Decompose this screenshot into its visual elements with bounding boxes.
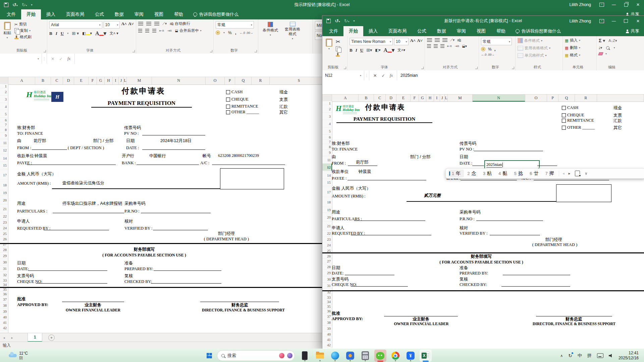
candidate-text: 捻 (518, 170, 523, 177)
ime-candidate-7[interactable]: 7撵 (542, 170, 557, 177)
form-methods-1-cn: 支票 (279, 97, 288, 103)
start-button[interactable] (205, 351, 214, 360)
taskbar-calculator-icon[interactable] (359, 350, 371, 362)
redo-button[interactable]: ↻▾ (344, 18, 350, 23)
taskbar-excel-icon[interactable] (420, 350, 432, 362)
ime-candidate-2[interactable]: 2念 (464, 170, 479, 177)
account-name[interactable]: Lilith Zhong (569, 2, 591, 7)
form-to_cn: 致:财务部 (17, 125, 35, 131)
account-name[interactable]: Lilith Zhong (569, 19, 591, 23)
weather-widget[interactable]: 11°C 阴 (9, 351, 28, 360)
form-pv_cn: 传票号码 (124, 125, 141, 131)
form-amount_cn: 金额 人民币（大写） (17, 171, 56, 177)
blank-line (534, 180, 609, 180)
taskbar-bank-app-icon[interactable] (344, 350, 356, 362)
ime-candidate-5[interactable]: 5捻 (511, 170, 526, 177)
checkbox-icon (226, 90, 230, 94)
blank-line (348, 166, 377, 166)
form-methods-0-cn: 现金 (613, 105, 622, 111)
taskbar-yuan-pay-icon[interactable]: ¥ (405, 350, 417, 362)
search-icon (221, 354, 225, 357)
holiday-inn-express-logo: H (51, 92, 63, 102)
form-bank_en: BANK : (122, 161, 136, 166)
tray-date: 2025/12/16 (619, 356, 639, 361)
undo-button[interactable]: ↺▾ (335, 18, 340, 23)
form-methods-2-en: REMITTANCE (231, 104, 258, 109)
maximize-button[interactable] (620, 19, 632, 23)
ime-candidate-1[interactable]: 1年 (448, 170, 464, 177)
taskbar-file-explorer-icon[interactable] (314, 350, 326, 362)
form-to_en: TO: FINANCE (17, 131, 43, 136)
blank-line (142, 149, 205, 150)
ribbon-display-options-button[interactable]: ^ (596, 19, 608, 23)
status-mode: 输入 (3, 343, 11, 348)
form-from_cn: 由 (332, 154, 336, 160)
ime-expand-chevron-icon[interactable]: ∨ (583, 171, 589, 176)
search-rewards-icon (287, 353, 292, 358)
desktop: ↺▾ ↻▾ ▾ 指示牌报销 [兼容模式] - Excel Lilith Zhon… (0, 0, 644, 362)
taskbar-edge-icon[interactable] (329, 350, 341, 362)
customize-quick-access-icon[interactable]: ▾ (31, 3, 33, 6)
candidate-index: 3 (483, 171, 485, 176)
search-highlight-icon (279, 353, 284, 358)
form-requested_cn: 申请人 (332, 225, 344, 231)
sheet-prev-icon[interactable]: ◂ (0, 333, 8, 342)
touch-keyboard-icon[interactable] (597, 353, 603, 358)
undo-button[interactable]: ↺▾ (12, 2, 18, 7)
taskbar-wechat-icon[interactable] (374, 350, 386, 362)
save-icon[interactable] (326, 19, 331, 23)
blank-line (142, 135, 205, 135)
search-box[interactable]: 搜索 (217, 350, 295, 361)
form-methods-1-en: CHEQUE (231, 97, 249, 102)
taskbar-phone-link-icon[interactable] (299, 350, 311, 362)
blank-line (36, 283, 107, 284)
speaker-icon[interactable] (609, 354, 613, 358)
sheet-next-icon[interactable]: ▸ (8, 333, 16, 342)
blank-line (151, 283, 221, 284)
checkbox-icon (226, 105, 230, 109)
ribbon-display-options-button[interactable]: ^ (596, 3, 608, 7)
form-methods-2-cn: 汇款 (613, 118, 622, 124)
form-payee_cn: 收款单位 (17, 153, 34, 159)
taskbar-chrome-icon[interactable] (389, 350, 401, 362)
form-dept_en: ( DEPT / SECTION ) (68, 145, 104, 150)
ime-clipboard-icon[interactable] (575, 171, 580, 176)
sheet-tab[interactable]: 1 (28, 333, 42, 342)
hidden-icons-chevron[interactable]: ∧ (560, 354, 563, 358)
minimize-button[interactable]: — (608, 2, 620, 7)
add-sheet-button[interactable]: + (48, 335, 55, 341)
ime-prev-page-icon[interactable]: ◂ (560, 171, 567, 176)
ime-mode-indicator[interactable]: 中 (578, 353, 582, 359)
form-title_cn: 付款申请表 (111, 86, 176, 96)
close-button[interactable]: ✕ (632, 19, 644, 23)
ime-candidate-6[interactable]: 6廿 (526, 170, 542, 177)
form-amount_words: 壹佰叁拾柒元伍角伍分 (62, 180, 104, 186)
save-icon[interactable] (4, 3, 8, 7)
form-verified_en: VERIFIED BY : (460, 231, 488, 236)
signature-line (384, 316, 458, 316)
form-director_en: DIRECTOR, FINANCE & BUSINESS SUPPORT (530, 322, 619, 326)
restore-button[interactable] (620, 3, 632, 7)
form-director_en: DIRECTOR, FINANCE & BUSINESS SUPPORT (199, 308, 288, 312)
close-button[interactable]: ✕ (632, 2, 644, 7)
ime-next-page-icon[interactable]: ▸ (567, 171, 573, 176)
ime-candidate-3[interactable]: 3粘 (480, 170, 495, 177)
minimize-button[interactable]: — (608, 19, 620, 23)
checkbox-icon (562, 106, 566, 110)
section-divider (322, 290, 644, 291)
redo-button[interactable]: ↻▾ (22, 2, 27, 7)
onedrive-sync-icon[interactable]: ↻ (568, 353, 572, 358)
clock[interactable]: 12:41 2025/12/16 (619, 351, 639, 361)
form-owner_en: OWNER FINANCIAL LEADER (386, 322, 457, 326)
customize-quick-access-icon[interactable]: ▾ (354, 19, 355, 22)
candidate-index: 6 (530, 171, 532, 176)
blank-line (476, 221, 543, 221)
ime-pinyin-indicator[interactable]: 拼 (587, 353, 592, 359)
ime-candidate-4[interactable]: 4黏 (495, 170, 511, 177)
blank-line (351, 235, 431, 235)
form-prepared_en: PREPARED BY: (460, 271, 488, 276)
form-amount_en: AMOUNT (RMB) : (17, 181, 51, 186)
form-ap_date_en: DATE: (332, 271, 343, 276)
blank-line (345, 275, 394, 275)
section-divider (0, 287, 322, 288)
